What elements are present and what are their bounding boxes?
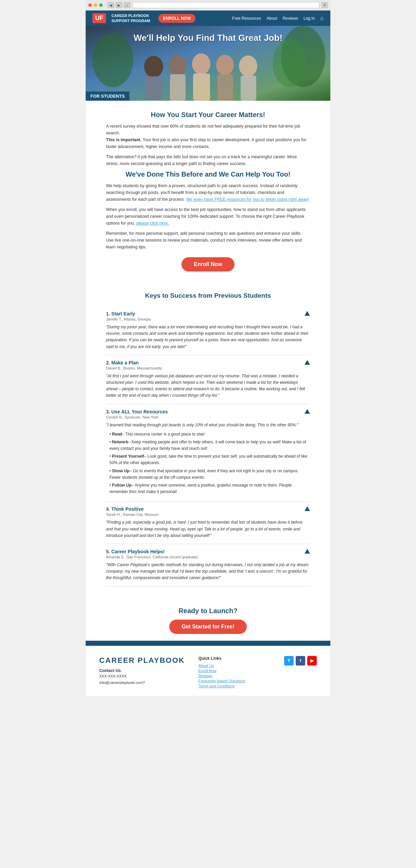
bullet-label-2: Network — [112, 440, 128, 444]
para1: A recent survey showed that over 60% of … — [106, 123, 310, 150]
twitter-icon[interactable]: T — [284, 656, 294, 666]
expand-icon-3[interactable] — [305, 409, 310, 414]
key-item-4: 4. Think Positive Sarah H., Kansas City,… — [106, 502, 310, 544]
bullet-5: • Follow Up– Anytime you meet someone, s… — [109, 482, 310, 495]
address-bar[interactable] — [133, 2, 319, 8]
para4: When you enroll, you will have access to… — [106, 206, 310, 227]
enroll-now-nav-button[interactable]: ENROLL NOW — [158, 14, 196, 23]
key-author-3: Cordell N., Syracuse, New York — [106, 415, 310, 419]
footer-brand: CAREER PLAYBOOK Contact Us XXX-XXX-XXXX … — [99, 656, 185, 689]
facebook-icon[interactable]: f — [296, 656, 305, 666]
home-icon[interactable]: ⌂ — [320, 15, 324, 21]
key-title-4: 4. Think Positive — [106, 506, 310, 512]
key-name-1: Start Early — [111, 311, 135, 316]
svg-point-5 — [192, 53, 210, 75]
key-item-5: 5. Career Playbook Helps! Amanda S., San… — [106, 544, 310, 587]
key-author-4: Sarah H., Kansas City, Missouri — [106, 512, 310, 517]
nav-reviews[interactable]: Reviews — [283, 16, 298, 21]
key-number-3: 3. — [106, 409, 110, 414]
key-name-5: Career Playbook Helps! — [111, 549, 165, 554]
window-maximize-dot[interactable] — [99, 3, 103, 7]
hero-title: We'll Help You Find That Great Job! — [86, 33, 330, 43]
footer-link-about[interactable]: About Us — [198, 664, 271, 668]
svg-point-1 — [144, 56, 163, 78]
footer-phone: XXX-XXX-XXXX — [99, 673, 185, 680]
key-name-2: Make a Plan — [111, 360, 139, 365]
header: UF CAREER PLAYBOOK SUPPORT PROGRAM ENROL… — [86, 11, 330, 26]
key-author-1: Janelle T., Atlanta, Georgia — [106, 317, 310, 321]
nav-links: Free Resources About Reviews Log In ⌂ — [232, 15, 324, 21]
expand-icon-4[interactable] — [305, 506, 310, 511]
key-name-3: Use ALL Your Resources — [111, 409, 168, 414]
para2: The alternative? A job that pays the bil… — [106, 153, 310, 167]
expand-icon-2[interactable] — [305, 360, 310, 365]
key-item-1: 1. Start Early Janelle T., Atlanta, Geor… — [106, 306, 310, 355]
svg-rect-6 — [193, 73, 210, 101]
para3-link[interactable]: We even have FREE resources for you to b… — [186, 197, 309, 202]
ready-section: Ready to Launch? Get Started for Free! — [86, 597, 330, 641]
footer-link-enroll[interactable]: Enroll Now — [198, 669, 271, 673]
bullet-text-1: – This resource center is a good place t… — [122, 432, 205, 437]
section2-heading: We've Done This Before and We Can Help Y… — [106, 170, 310, 178]
footer-link-faq[interactable]: Frequently Asked Questions — [198, 679, 271, 683]
expand-icon-1[interactable] — [305, 311, 310, 316]
key-quote-1: "During my junior year, there was a lot … — [106, 324, 310, 350]
key-number-5: 5. — [106, 549, 110, 554]
window-minimize-dot[interactable] — [94, 3, 97, 7]
get-started-button[interactable]: Get Started for Free! — [169, 620, 247, 634]
svg-point-13 — [273, 39, 307, 87]
browser-chrome: ◀ ▶ ⌂ + — [86, 0, 330, 11]
footer-email[interactable]: info@careerplaybook.com? — [99, 679, 185, 686]
svg-point-7 — [216, 55, 234, 75]
expand-icon-5[interactable] — [305, 549, 310, 554]
logo-line2: SUPPORT PROGRAM — [111, 18, 150, 23]
footer-social: T f ▶ — [284, 656, 317, 689]
nav-about[interactable]: About — [266, 16, 277, 21]
forward-button[interactable]: ▶ — [116, 2, 122, 8]
bullet-label-5: Follow Up — [112, 483, 132, 488]
main-content-section: How You Start Your Career Matters! A rec… — [86, 101, 330, 289]
footer-link-terms[interactable]: Terms and Conditions — [198, 684, 271, 688]
footer-contact-title: Contact Us — [99, 668, 185, 673]
key-quote-3: "I learned that reading through job boar… — [106, 422, 310, 428]
key-title-1: 1. Start Early — [106, 311, 310, 316]
youtube-icon[interactable]: ▶ — [307, 656, 317, 666]
home-button[interactable]: ⌂ — [124, 2, 131, 8]
key-title-3: 3. Use ALL Your Resources — [106, 409, 310, 414]
footer-logo: CAREER PLAYBOOK — [99, 656, 185, 665]
bullet-label-4: Show Up — [112, 469, 129, 473]
key-number-4: 4. — [106, 506, 110, 512]
footer-links-section: Quick Links About Us Enroll Now Reviews … — [198, 656, 271, 689]
logo-line1: CAREER PLAYBOOK — [111, 13, 150, 18]
bullet-1: • Read– This resource center is a good p… — [109, 431, 310, 438]
footer-quick-links-title: Quick Links — [198, 656, 271, 661]
hero-section: We'll Help You Find That Great Job! FOR … — [86, 26, 330, 101]
para1-text: A recent survey showed that over 60% of … — [106, 124, 300, 135]
window-close-dot[interactable] — [88, 3, 92, 7]
for-students-badge: FOR STUDENTS — [86, 92, 129, 101]
svg-rect-8 — [218, 74, 233, 101]
key-number-1: 1. — [106, 311, 110, 316]
nav-login[interactable]: Log In — [304, 16, 315, 21]
enroll-now-main-button[interactable]: Enroll Now — [181, 257, 235, 272]
footer: CAREER PLAYBOOK Contact Us XXX-XXX-XXXX … — [86, 645, 330, 696]
para1-bold: This is important. — [106, 137, 141, 142]
footer-bar — [86, 641, 330, 645]
key-title-2: 2. Make a Plan — [106, 360, 310, 365]
para3: We help students by giving them a proven… — [106, 182, 310, 203]
key-number-2: 2. — [106, 360, 110, 365]
svg-rect-10 — [241, 76, 256, 101]
key-item-3: 3. Use ALL Your Resources Cordell N., Sy… — [106, 404, 310, 502]
nav-free-resources[interactable]: Free Resources — [232, 16, 261, 21]
bullet-label-3: Present Yourself — [112, 454, 144, 459]
logo-uf: UF — [92, 13, 106, 23]
new-tab-button[interactable]: + — [322, 2, 328, 8]
para4-link[interactable]: please click here. — [136, 221, 169, 226]
back-button[interactable]: ◀ — [107, 2, 114, 8]
keys-section: Keys to Success from Previous Students 1… — [86, 289, 330, 597]
key-title-5: 5. Career Playbook Helps! — [106, 549, 310, 554]
footer-link-reviews[interactable]: Reviews — [198, 674, 271, 678]
para5: Remember, for more personal support, add… — [106, 230, 310, 250]
bullet-2: • Network– Keep meeting people and offer… — [109, 439, 310, 452]
key-quote-5: "With Career Playbook's specific methods… — [106, 562, 310, 582]
